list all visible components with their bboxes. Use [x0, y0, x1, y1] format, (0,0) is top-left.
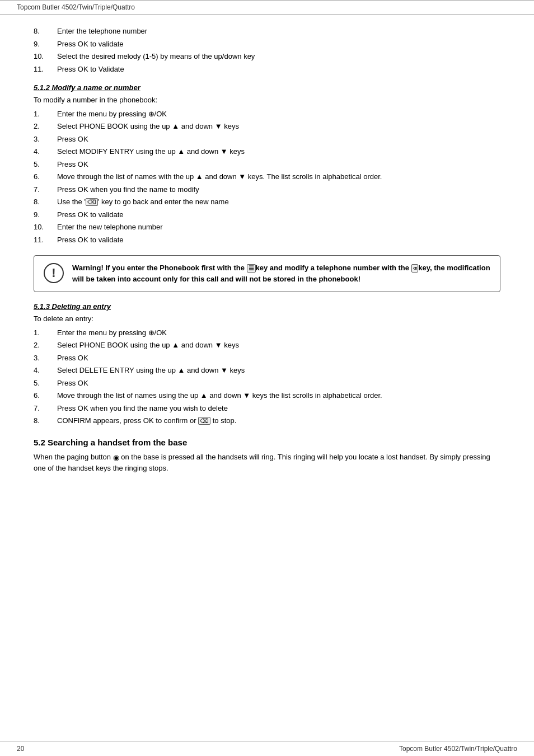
- list-item: 9. Press OK to validate: [34, 209, 500, 220]
- item-text: Enter the new telephone number: [57, 222, 500, 233]
- section-52-body: When the paging button ◉ on the base is …: [34, 452, 500, 474]
- item-text: Select PHONE BOOK using the up ▲ and dow…: [57, 340, 500, 351]
- warning-icon: !: [43, 262, 64, 284]
- item-text: Press OK to Validate: [57, 64, 500, 75]
- item-num: 4.: [34, 146, 57, 157]
- item-num: 11.: [34, 234, 57, 246]
- list-item: 2. Select PHONE BOOK using the up ▲ and …: [34, 121, 500, 132]
- item-num: 10.: [34, 51, 57, 62]
- list-item: 8. Use the '⌫' key to go back and enter …: [34, 196, 500, 208]
- list-item: 3. Press OK: [34, 353, 500, 364]
- section-512-heading: 5.1.2 Modify a name or number: [34, 83, 500, 92]
- item-text: Move through the list of names using the…: [57, 390, 500, 401]
- item-text: Enter the telephone number: [57, 26, 500, 37]
- item-num: 10.: [34, 222, 57, 233]
- item-num: 3.: [34, 134, 57, 145]
- item-num: 1.: [34, 327, 57, 339]
- item-num: 7.: [34, 184, 57, 195]
- item-text: Press OK: [57, 378, 500, 389]
- list-item: 8. CONFIRM appears, press OK to confirm …: [34, 415, 500, 426]
- item-num: 8.: [34, 26, 57, 37]
- item-text: Use the '⌫' key to go back and enter the…: [57, 196, 500, 208]
- item-num: 9.: [34, 39, 57, 50]
- warning-box: ! Warning! If you enter the Phonebook fi…: [34, 255, 500, 292]
- item-num: 5.: [34, 159, 57, 170]
- list-item: 10. Enter the new telephone number: [34, 222, 500, 233]
- section-513-heading: 5.1.3 Deleting an entry: [34, 302, 500, 311]
- list-item: 4. Select DELETE ENTRY using the up ▲ an…: [34, 365, 500, 376]
- list-item: 1. Enter the menu by pressing ⊕/OK: [34, 109, 500, 120]
- page: Topcom Butler 4502/Twin/Triple/Quattro 8…: [0, 0, 534, 756]
- footer-right-text: Topcom Butler 4502/Twin/Triple/Quattro: [399, 745, 517, 753]
- list-item: 1. Enter the menu by pressing ⊕/OK: [34, 327, 500, 339]
- item-num: 3.: [34, 353, 57, 364]
- item-num: 11.: [34, 64, 57, 75]
- item-text: Press OK: [57, 159, 500, 170]
- item-num: 7.: [34, 403, 57, 414]
- header-bar: Topcom Butler 4502/Twin/Triple/Quattro: [0, 0, 534, 15]
- item-text: CONFIRM appears, press OK to confirm or …: [57, 415, 500, 426]
- item-text: Press OK when you find the name you wish…: [57, 403, 500, 414]
- item-num: 2.: [34, 340, 57, 351]
- item-num: 8.: [34, 415, 57, 426]
- list-item: 7. Press OK when you find the name to mo…: [34, 184, 500, 195]
- item-num: 6.: [34, 171, 57, 182]
- svg-text:!: !: [51, 266, 55, 280]
- item-text: Press OK: [57, 134, 500, 145]
- item-num: 5.: [34, 378, 57, 389]
- item-text: Enter the menu by pressing ⊕/OK: [57, 109, 500, 120]
- item-text: Press OK to validate: [57, 39, 500, 50]
- list-item: 9. Press OK to validate: [34, 39, 500, 50]
- list-item: 5. Press OK: [34, 378, 500, 389]
- item-text: Enter the menu by pressing ⊕/OK: [57, 327, 500, 339]
- list-item: 11. Press OK to Validate: [34, 64, 500, 75]
- list-item: 6. Move through the list of names with t…: [34, 171, 500, 182]
- list-item: 7. Press OK when you find the name you w…: [34, 403, 500, 414]
- section-52-heading: 5.2 Searching a handset from the base: [34, 438, 500, 447]
- list-item: 11. Press OK to validate: [34, 234, 500, 246]
- item-text: Press OK when you find the name to modif…: [57, 184, 500, 195]
- item-num: 1.: [34, 109, 57, 120]
- header-title: Topcom Butler 4502/Twin/Triple/Quattro: [17, 3, 135, 11]
- section-513-list: 1. Enter the menu by pressing ⊕/OK 2. Se…: [34, 327, 500, 426]
- item-num: 6.: [34, 390, 57, 401]
- item-text: Select the desired melody (1-5) by means…: [57, 51, 500, 62]
- content-area: 8. Enter the telephone number 9. Press O…: [0, 15, 534, 741]
- item-text: Press OK: [57, 353, 500, 364]
- section-512-intro: To modify a number in the phonebook:: [34, 95, 500, 106]
- item-num: 9.: [34, 209, 57, 220]
- item-text: Press OK to validate: [57, 234, 500, 246]
- list-item: 5. Press OK: [34, 159, 500, 170]
- list-item: 10. Select the desired melody (1-5) by m…: [34, 51, 500, 62]
- item-num: 8.: [34, 196, 57, 208]
- item-text: Select PHONE BOOK using the up ▲ and dow…: [57, 121, 500, 132]
- item-num: 4.: [34, 365, 57, 376]
- item-text: Press OK to validate: [57, 209, 500, 220]
- item-text: Move through the list of names with the …: [57, 171, 500, 182]
- item-text: Select MODIFY ENTRY using the up ▲ and d…: [57, 146, 500, 157]
- list-item: 2. Select PHONE BOOK using the up ▲ and …: [34, 340, 500, 351]
- list-item: 8. Enter the telephone number: [34, 26, 500, 37]
- section-512-list: 1. Enter the menu by pressing ⊕/OK 2. Se…: [34, 109, 500, 246]
- intro-list: 8. Enter the telephone number 9. Press O…: [34, 26, 500, 74]
- footer-page-number: 20: [17, 745, 24, 753]
- list-item: 4. Select MODIFY ENTRY using the up ▲ an…: [34, 146, 500, 157]
- list-item: 6. Move through the list of names using …: [34, 390, 500, 401]
- list-item: 3. Press OK: [34, 134, 500, 145]
- item-num: 2.: [34, 121, 57, 132]
- item-text: Select DELETE ENTRY using the up ▲ and d…: [57, 365, 500, 376]
- warning-text-content: Warning! If you enter the Phonebook firs…: [72, 262, 491, 285]
- section-513-intro: To delete an entry:: [34, 313, 500, 325]
- footer-bar: 20 Topcom Butler 4502/Twin/Triple/Quattr…: [0, 741, 534, 756]
